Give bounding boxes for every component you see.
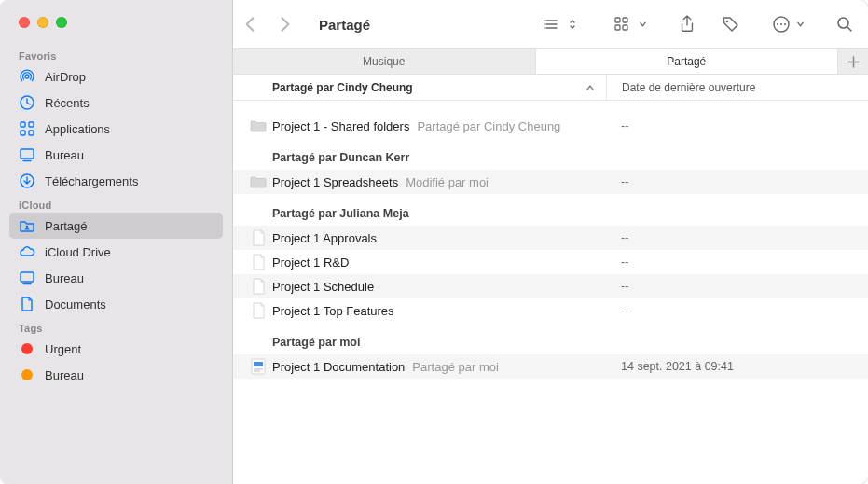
desktop-icon <box>19 270 35 286</box>
sidebar-heading: iCloud <box>9 194 223 213</box>
file-name: Project 1 Documentation <box>272 360 405 374</box>
file-name: Project 1 - Shared folders <box>272 119 409 133</box>
share-button[interactable] <box>679 15 696 34</box>
svg-rect-20 <box>615 25 620 30</box>
svg-point-27 <box>838 18 848 28</box>
file-row[interactable]: Project 1 DocumentationPartagé par moi14… <box>233 354 868 379</box>
sidebar-item-icloud-drive[interactable]: iCloud Drive <box>9 239 223 265</box>
svg-rect-5 <box>29 131 34 135</box>
sidebar-item-téléchargements[interactable]: Téléchargements <box>9 168 223 194</box>
file-meta: Modifié par moi <box>406 175 489 189</box>
file-meta: Partagé par moi <box>412 360 499 374</box>
sort-indicator-icon <box>586 84 595 91</box>
file-name: Project 1 Spreadsheets <box>272 175 398 189</box>
minimize-window-button[interactable] <box>37 17 48 28</box>
sidebar-item-label: Documents <box>45 297 106 311</box>
tab-partagé[interactable]: Partagé <box>536 49 839 74</box>
svg-rect-6 <box>21 149 34 159</box>
sidebar-item-bureau[interactable]: Bureau <box>9 362 223 388</box>
fullscreen-window-button[interactable] <box>56 17 67 28</box>
file-date: -- <box>606 256 868 269</box>
column-header-date[interactable]: Date de dernière ouverture <box>606 75 868 100</box>
sidebar-item-label: Bureau <box>45 148 84 162</box>
tags-button[interactable] <box>722 15 740 34</box>
file-list: Project 1 - Shared foldersPartagé par Ci… <box>233 101 868 484</box>
chevron-down-icon <box>639 20 647 29</box>
airdrop-icon <box>19 68 35 85</box>
svg-rect-10 <box>21 272 34 282</box>
toolbar: Partagé <box>233 0 868 48</box>
forward-button[interactable] <box>280 16 291 33</box>
sidebar-item-documents[interactable]: Documents <box>9 291 223 317</box>
file-name: Project 1 Top Features <box>272 304 394 318</box>
svg-point-0 <box>25 75 29 78</box>
doc-icon <box>250 302 267 319</box>
cloud-icon <box>19 243 35 260</box>
file-meta: Partagé par Cindy Cheung <box>417 119 560 133</box>
sidebar-heading: Tags <box>9 317 223 336</box>
svg-rect-3 <box>29 122 34 127</box>
svg-rect-18 <box>615 18 620 22</box>
file-row[interactable]: Project 1 - Shared foldersPartagé par Ci… <box>233 114 868 138</box>
file-date: -- <box>606 175 868 188</box>
sidebar-item-label: Applications <box>45 122 110 136</box>
file-row[interactable]: Project 1 Top Features-- <box>233 298 868 323</box>
sidebar-item-airdrop[interactable]: AirDrop <box>9 63 223 90</box>
file-row[interactable]: Project 1 SpreadsheetsModifié par moi-- <box>233 170 868 194</box>
file-row[interactable]: Project 1 Approvals-- <box>233 226 868 250</box>
more-button[interactable] <box>766 12 810 36</box>
tab-musique[interactable]: Musique <box>233 49 536 74</box>
file-date: -- <box>606 231 868 244</box>
file-date: -- <box>606 304 868 317</box>
svg-rect-2 <box>21 122 25 127</box>
sidebar-item-label: iCloud Drive <box>45 245 111 259</box>
doc-icon <box>250 278 267 295</box>
sidebar-item-label: AirDrop <box>45 70 86 84</box>
svg-point-9 <box>26 226 29 228</box>
sidebar-item-bureau[interactable]: Bureau <box>9 142 223 168</box>
sidebar-item-label: Téléchargements <box>45 174 138 188</box>
shared-folder-icon <box>19 217 35 234</box>
sidebar-item-label: Bureau <box>45 271 84 285</box>
group-by-button[interactable] <box>609 14 653 35</box>
sidebar-item-label: Partagé <box>45 219 88 233</box>
svg-point-24 <box>777 23 778 25</box>
sidebar-item-label: Urgent <box>45 342 81 356</box>
svg-rect-30 <box>254 362 263 366</box>
svg-point-16 <box>544 23 544 25</box>
sidebar-item-récents[interactable]: Récents <box>9 90 223 116</box>
file-date: -- <box>606 280 868 293</box>
group-label: Partagé par moi <box>233 323 868 354</box>
close-window-button[interactable] <box>19 17 30 28</box>
file-name: Project 1 R&D <box>272 256 349 270</box>
folder-icon <box>250 118 267 134</box>
svg-rect-19 <box>623 18 627 22</box>
svg-point-15 <box>544 20 544 21</box>
sidebar-item-urgent[interactable]: Urgent <box>9 336 223 362</box>
sidebar-item-applications[interactable]: Applications <box>9 116 223 142</box>
new-tab-button[interactable] <box>838 49 868 74</box>
sidebar-item-label: Récents <box>45 96 90 110</box>
svg-point-25 <box>780 23 782 25</box>
svg-rect-21 <box>623 25 627 30</box>
grid-icon <box>19 120 35 137</box>
svg-point-17 <box>544 27 544 29</box>
sidebar-item-label: Bureau <box>45 368 84 382</box>
view-list-button[interactable] <box>538 15 583 34</box>
file-row[interactable]: Project 1 R&D-- <box>233 250 868 274</box>
back-button[interactable] <box>244 16 255 33</box>
tab-bar: MusiquePartagé <box>233 48 868 75</box>
sidebar-item-bureau[interactable]: Bureau <box>9 265 223 291</box>
file-row[interactable]: Project 1 Schedule-- <box>233 274 868 298</box>
svg-point-26 <box>784 23 786 25</box>
chevron-down-icon <box>796 20 805 29</box>
chevron-updown-icon <box>568 18 577 31</box>
sidebar-item-partagé[interactable]: Partagé <box>9 213 223 239</box>
group-label: Partagé par Duncan Kerr <box>233 138 868 170</box>
desktop-icon <box>19 146 35 163</box>
column-header-name[interactable]: Partagé par Cindy Cheung <box>233 81 606 94</box>
group-heading-text: Partagé par Cindy Cheung <box>272 81 413 94</box>
svg-line-28 <box>847 27 851 31</box>
search-button[interactable] <box>836 16 853 33</box>
group-label: Partagé par Juliana Meja <box>233 194 868 226</box>
